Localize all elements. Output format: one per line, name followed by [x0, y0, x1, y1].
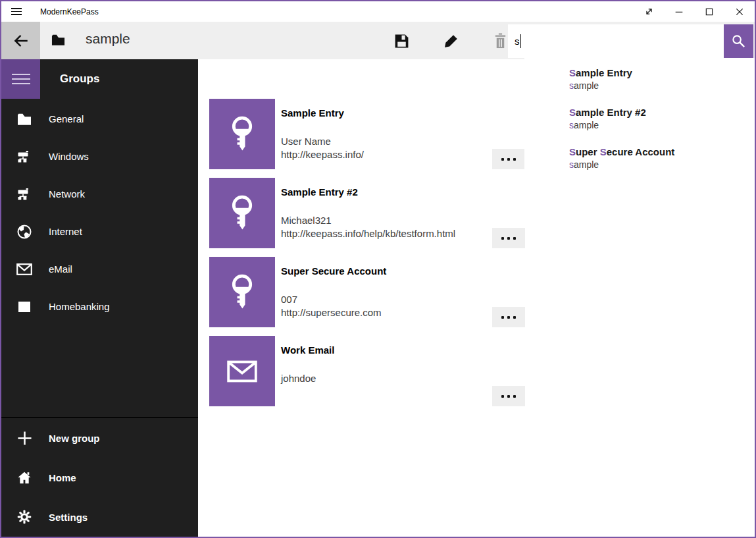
entry-more-button[interactable] [492, 228, 525, 248]
sidebar-item-homebanking[interactable]: Homebanking [1, 288, 198, 325]
maximize-icon [704, 7, 715, 17]
fullscreen-icon [643, 6, 655, 17]
search-button[interactable] [724, 24, 753, 58]
trash-icon [493, 33, 508, 49]
entry-more-button[interactable] [492, 307, 525, 327]
command-bar: sample s [1, 22, 755, 59]
entry-title: Sample Entry #2 [281, 186, 525, 198]
entry-tile [209, 178, 275, 248]
pencil-icon [443, 33, 459, 49]
back-arrow-icon [13, 32, 30, 49]
entry-row-sample-entry-2[interactable]: Sample Entry #2 Michael321 http://keepas… [209, 178, 525, 248]
titlebar: ModernKeePass [1, 1, 755, 22]
sidebar-item-label: New group [49, 433, 100, 444]
entry-title: Super Secure Account [281, 265, 525, 277]
search-icon [731, 34, 746, 49]
search-input[interactable]: s [508, 24, 724, 58]
sidebar-item-general[interactable]: General [1, 100, 198, 138]
save-icon [393, 33, 410, 49]
envelope-icon [227, 360, 257, 383]
window-controls [634, 1, 755, 22]
entry-row-super-secure-account[interactable]: Super Secure Account 007 http://supersec… [209, 257, 525, 327]
sidebar-heading: Groups [60, 59, 99, 99]
entry-url: http://keepass.info/ [281, 148, 525, 161]
hamburger-icon [11, 6, 22, 18]
entry-username: Michael321 [281, 214, 525, 227]
search-input-value: s [515, 36, 520, 47]
entry-row-work-email[interactable]: Work Email johndoe [209, 336, 525, 406]
sidebar-item-label: Home [49, 472, 76, 483]
groups-list: General Windows [1, 100, 198, 325]
sidebar-item-windows[interactable]: Windows [1, 138, 198, 175]
entry-username: User Name [281, 135, 525, 148]
suggestion-sample-entry[interactable]: Sample Entry sample [524, 67, 755, 106]
sidebar-item-label: General [49, 113, 84, 124]
entry-tile [209, 336, 275, 406]
entry-more-button[interactable] [492, 149, 525, 169]
entry-title: Work Email [281, 344, 525, 356]
sidebar-item-label: Homebanking [49, 301, 110, 312]
current-group-title: sample [86, 31, 130, 47]
suggestion-group: sample [569, 119, 755, 132]
entry-tile [209, 99, 275, 169]
key-icon [226, 274, 258, 311]
sidebar-item-label: Internet [49, 226, 82, 237]
entry-more-button[interactable] [492, 386, 525, 406]
entry-text: Super Secure Account 007 http://supersec… [281, 257, 525, 319]
new-group-button[interactable]: New group [1, 418, 198, 458]
sidebar-footer: New group Home [1, 417, 198, 537]
square-icon [16, 302, 32, 312]
suggestion-group: sample [569, 79, 755, 93]
entry-url: http://supersecure.com [281, 306, 525, 319]
entry-username: johndoe [281, 372, 525, 385]
sidebar: Groups General [1, 59, 198, 537]
entry-title: Sample Entry [281, 107, 525, 119]
sidebar-item-label: Settings [49, 512, 88, 523]
plus-icon [16, 431, 32, 446]
entry-tile [209, 257, 275, 327]
home-button[interactable]: Home [1, 458, 198, 497]
sidebar-item-email[interactable]: eMail [1, 250, 198, 288]
sidebar-item-label: eMail [49, 263, 72, 275]
nav-menu-button[interactable] [1, 59, 40, 99]
entry-row-sample-entry[interactable]: Sample Entry User Name http://keepass.in… [209, 99, 525, 169]
folder-icon [16, 113, 32, 125]
save-button[interactable] [386, 24, 417, 57]
sidebar-item-label: Network [49, 188, 85, 200]
sidebar-item-network[interactable]: Network [1, 175, 198, 213]
entry-text: Work Email johndoe [281, 336, 525, 385]
key-icon [226, 195, 258, 232]
envelope-icon [16, 263, 32, 275]
entry-text: Sample Entry User Name http://keepass.in… [281, 99, 525, 161]
home-icon [16, 471, 32, 485]
suggestion-title: Sample Entry #2 [569, 106, 755, 119]
suggestion-super-secure-account[interactable]: Super Secure Account sample [524, 146, 755, 185]
globe-icon [16, 225, 32, 239]
maximize-button[interactable] [694, 1, 724, 22]
sidebar-item-internet[interactable]: Internet [1, 213, 198, 250]
search-suggestions: Sample Entry sample Sample Entry #2 samp… [524, 58, 755, 197]
network-computer-icon [16, 188, 32, 201]
close-icon [734, 7, 745, 17]
group-folder-icon [51, 34, 65, 46]
suggestion-title: Sample Entry [569, 67, 755, 79]
suggestion-title: Super Secure Account [569, 146, 755, 158]
suggestion-sample-entry-2[interactable]: Sample Entry #2 sample [524, 106, 755, 146]
text-caret [520, 34, 521, 48]
close-button[interactable] [724, 1, 755, 22]
settings-button[interactable]: Settings [1, 497, 198, 537]
app-title: ModernKeePass [40, 7, 99, 16]
gear-icon [16, 510, 32, 524]
fullscreen-button[interactable] [634, 1, 664, 22]
hamburger-icon [12, 70, 30, 88]
back-button[interactable] [1, 22, 40, 59]
edit-button[interactable] [436, 24, 467, 57]
minimize-icon [674, 7, 684, 17]
minimize-button[interactable] [664, 1, 694, 22]
titlebar-hamburger-icon[interactable] [1, 1, 31, 22]
network-computer-icon [16, 150, 32, 163]
key-icon [226, 116, 258, 153]
suggestion-group: sample [569, 158, 755, 172]
entry-username: 007 [281, 293, 525, 306]
app-window: ModernKeePass [0, 0, 756, 538]
